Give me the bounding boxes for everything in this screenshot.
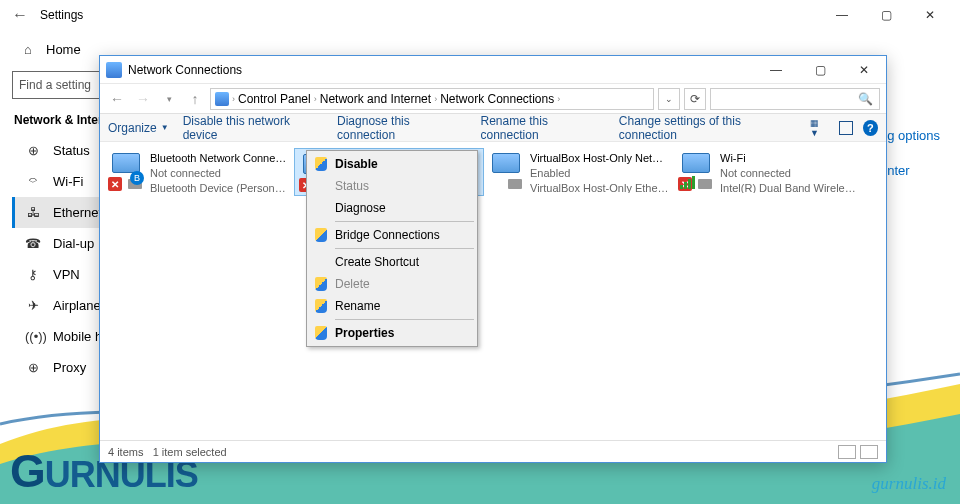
connection-status: Not connected: [720, 166, 860, 181]
disconnected-icon: ✕: [108, 177, 122, 191]
connection-name: Wi-Fi: [720, 151, 860, 166]
menu-item-label: Bridge Connections: [335, 228, 440, 242]
menu-item-diagnose[interactable]: Diagnose: [309, 197, 475, 219]
status-bar: 4 items 1 item selected: [100, 440, 886, 462]
connection-status: Enabled: [530, 166, 670, 181]
minimize-button[interactable]: —: [754, 56, 798, 84]
home-icon: ⌂: [20, 42, 36, 57]
breadcrumb[interactable]: › Control Panel› Network and Internet› N…: [210, 88, 654, 110]
view-options-icon[interactable]: ▦ ▼: [810, 118, 829, 138]
nav-up-icon[interactable]: ↑: [184, 88, 206, 110]
nav-item-label: Proxy: [53, 360, 86, 375]
search-placeholder: Find a setting: [19, 78, 91, 92]
menu-item-disable[interactable]: Disable: [309, 153, 475, 175]
nav-item-label: VPN: [53, 267, 80, 282]
nav-item-label: Dial-up: [53, 236, 94, 251]
settings-titlebar: ← Settings — ▢ ✕: [0, 0, 960, 30]
icons-view-icon[interactable]: [860, 445, 878, 459]
menu-item-label: Status: [335, 179, 369, 193]
menu-item-delete: Delete: [309, 273, 475, 295]
adapter-icon: [488, 151, 524, 191]
history-dropdown-icon[interactable]: ⌄: [658, 88, 680, 110]
maximize-button[interactable]: ▢: [798, 56, 842, 84]
back-icon[interactable]: ←: [8, 6, 32, 24]
explorer-title: Network Connections: [128, 63, 242, 77]
crumb[interactable]: Control Panel: [238, 92, 311, 106]
context-menu: DisableStatusDiagnoseBridge ConnectionsC…: [306, 150, 478, 347]
nav-item-label: Status: [53, 143, 90, 158]
toolbar-change-settings[interactable]: Change settings of this connection: [619, 114, 796, 142]
crumb[interactable]: Network and Internet: [320, 92, 431, 106]
toolbar-rename[interactable]: Rename this connection: [481, 114, 605, 142]
shield-icon: [313, 227, 329, 243]
network-connections-window: Network Connections — ▢ ✕ ← → ▾ ↑ › Cont…: [99, 55, 887, 463]
nav-item-icon: 🖧: [25, 205, 41, 220]
nav-forward-icon[interactable]: →: [132, 88, 154, 110]
maximize-button[interactable]: ▢: [864, 1, 908, 29]
explorer-titlebar: Network Connections — ▢ ✕: [100, 56, 886, 84]
minimize-button[interactable]: —: [820, 1, 864, 29]
nav-item-icon: ⚷: [25, 267, 41, 282]
connection-bluetooth-network-connection[interactable]: ✕BBluetooth Network ConnectionNot connec…: [104, 148, 294, 196]
menu-item-bridge-connections[interactable]: Bridge Connections: [309, 224, 475, 246]
menu-item-create-shortcut[interactable]: Create Shortcut: [309, 251, 475, 273]
connection-status: Not connected: [150, 166, 290, 181]
connection-device: VirtualBox Host-Only Ethernet Ad...: [530, 181, 670, 193]
menu-item-label: Rename: [335, 299, 380, 313]
menu-item-label: Disable: [335, 157, 378, 171]
menu-item-label: Diagnose: [335, 201, 386, 215]
nav-home-label: Home: [46, 42, 81, 57]
connection-virtualbox-host-only-network[interactable]: VirtualBox Host-Only NetworkEnabledVirtu…: [484, 148, 674, 196]
location-icon: [215, 92, 229, 106]
explorer-search-input[interactable]: 🔍: [710, 88, 880, 110]
menu-separator: [335, 221, 474, 222]
menu-separator: [335, 319, 474, 320]
nav-item-icon: ⊕: [25, 143, 41, 158]
network-icon: [106, 62, 122, 78]
settings-title: Settings: [40, 8, 83, 22]
shield-icon: [313, 298, 329, 314]
nav-item-icon: ⌔: [25, 174, 41, 189]
connection-name: VirtualBox Host-Only Network: [530, 151, 670, 166]
selection-count: 1 item selected: [153, 446, 227, 458]
nav-item-icon: ⊕: [25, 360, 41, 375]
nav-recent-icon[interactable]: ▾: [158, 88, 180, 110]
nav-back-icon[interactable]: ←: [106, 88, 128, 110]
toolbar-diagnose[interactable]: Diagnose this connection: [337, 114, 466, 142]
refresh-icon[interactable]: ⟳: [684, 88, 706, 110]
nav-item-icon: ✈: [25, 298, 41, 313]
shield-icon: [313, 325, 329, 341]
menu-item-label: Delete: [335, 277, 370, 291]
connection-device: Intel(R) Dual Band Wireless-AC 72...: [720, 181, 860, 193]
help-icon[interactable]: ?: [863, 120, 878, 136]
connection-wi-fi[interactable]: ✕Wi-FiNot connectedIntel(R) Dual Band Wi…: [674, 148, 864, 196]
close-button[interactable]: ✕: [842, 56, 886, 84]
search-icon: 🔍: [858, 92, 873, 106]
nav-item-icon: ☎: [25, 236, 41, 251]
connection-name: Bluetooth Network Connection: [150, 151, 290, 166]
shield-icon: [313, 156, 329, 172]
explorer-toolbar: Organize ▼ Disable this network device D…: [100, 114, 886, 142]
bluetooth-icon: B: [130, 171, 144, 185]
item-count: 4 items: [108, 446, 143, 458]
close-button[interactable]: ✕: [908, 1, 952, 29]
watermark: gurnulis.id: [872, 474, 946, 494]
preview-pane-icon[interactable]: [839, 121, 852, 135]
adapter-icon: ✕B: [108, 151, 144, 191]
crumb[interactable]: Network Connections: [440, 92, 554, 106]
wifi-bars-icon: [680, 176, 695, 189]
connections-area: ✕BBluetooth Network ConnectionNot connec…: [100, 142, 886, 440]
address-bar: ← → ▾ ↑ › Control Panel› Network and Int…: [100, 84, 886, 114]
menu-item-rename[interactable]: Rename: [309, 295, 475, 317]
organize-menu[interactable]: Organize ▼: [108, 121, 169, 135]
menu-separator: [335, 248, 474, 249]
menu-item-status: Status: [309, 175, 475, 197]
menu-item-label: Create Shortcut: [335, 255, 419, 269]
menu-item-properties[interactable]: Properties: [309, 322, 475, 344]
adapter-icon: ✕: [678, 151, 714, 191]
menu-item-label: Properties: [335, 326, 394, 340]
details-view-icon[interactable]: [838, 445, 856, 459]
nav-item-label: Ethernet: [53, 205, 102, 220]
connection-device: Bluetooth Device (Personal Area ...: [150, 181, 290, 193]
toolbar-disable[interactable]: Disable this network device: [183, 114, 323, 142]
